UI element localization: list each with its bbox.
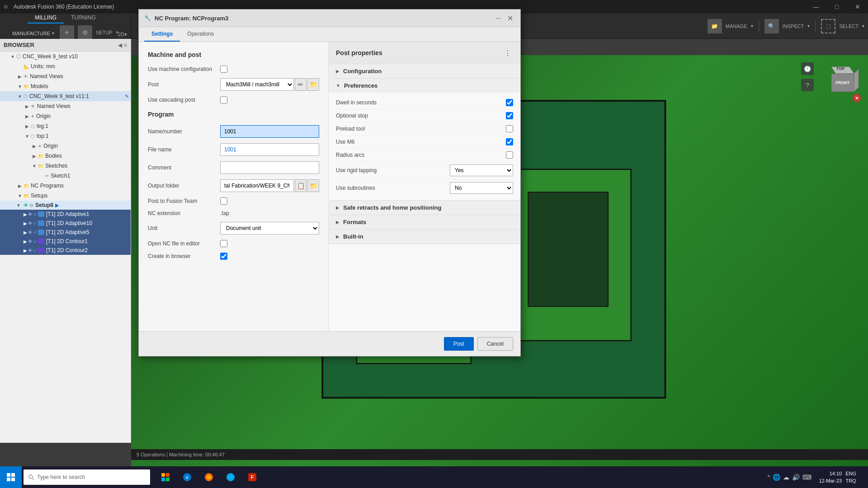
output-folder-input[interactable] <box>220 179 294 192</box>
viewport-icon-2[interactable]: ? <box>801 79 814 91</box>
output-folder-btn1[interactable]: 📋 <box>295 179 307 192</box>
output-folder-control: 📋 📁 <box>220 179 319 192</box>
cloud-icon[interactable]: ☁ <box>783 474 789 481</box>
radius-arcs-checkbox[interactable] <box>506 151 513 159</box>
volume-icon[interactable]: 🔊 <box>792 474 800 481</box>
post-properties-menu-btn[interactable]: ⋮ <box>502 47 513 58</box>
select-btn[interactable]: ⬚ <box>821 19 835 33</box>
use-machine-config-checkbox[interactable] <box>220 66 227 73</box>
comment-input[interactable] <box>220 161 319 174</box>
name-number-input[interactable] <box>220 125 319 138</box>
inspect-btn[interactable]: 🔍 <box>764 19 779 33</box>
use-m6-row: Use M6 <box>336 136 513 149</box>
formats-header[interactable]: ▶ Formats <box>329 215 520 229</box>
taskbar-search-box[interactable]: Type here to search <box>24 469 150 485</box>
tree-item-leg[interactable]: ▶ ⬡ leg:1 <box>0 121 131 131</box>
toolbar-new-btn[interactable]: + <box>60 25 74 40</box>
open-nc-checkbox[interactable] <box>220 240 227 247</box>
taskbar-icon-explorer[interactable] <box>156 467 175 487</box>
preferences-section-header[interactable]: ▼ Preferences <box>329 79 520 93</box>
builtin-header[interactable]: ▶ Built-in <box>329 230 520 244</box>
tree-item-top[interactable]: ▼ ⬡ top:1 <box>0 131 131 141</box>
view-cube[interactable]: TOP FRONT ✕ <box>820 62 861 103</box>
post-button[interactable]: Post <box>444 337 474 351</box>
select-label: SELECT <box>839 23 859 29</box>
tree-item-models[interactable]: ▼ 📁 Models <box>0 81 131 91</box>
optional-stop-checkbox[interactable] <box>506 112 513 119</box>
tree-item-setups[interactable]: ▼ 📁 Setups <box>0 191 131 201</box>
tree-item-sketch1[interactable]: ✏ Sketch1 <box>0 171 131 181</box>
clock[interactable]: 14:10 12-Mar-23 ENG TRQ <box>819 470 856 485</box>
dialog-close-btn[interactable]: ✕ <box>505 13 515 23</box>
close-button[interactable]: ✕ <box>847 0 868 14</box>
cancel-button[interactable]: Cancel <box>477 337 513 351</box>
sidebar-menu-btn[interactable]: ≡ <box>124 42 127 48</box>
tree-item-v11[interactable]: ▼ ⬡ CNC_Week 9_test v11:1 ✎ <box>0 91 131 101</box>
taskbar-icon-4[interactable] <box>221 467 241 487</box>
taskbar-icon-edge[interactable]: e <box>177 467 197 487</box>
start-button[interactable] <box>0 466 22 488</box>
file-name-input[interactable] <box>220 143 319 156</box>
taskbar-icon-5[interactable]: F <box>242 467 262 487</box>
op-item-contour1[interactable]: ▶ 👁 ✓ [T1] 2D Contour1 <box>0 237 131 246</box>
keyboard-icon[interactable]: ⌨ <box>802 474 811 481</box>
tree-item-bodies[interactable]: ▶ 📁 Bodies <box>0 151 131 161</box>
tree-item-origin-2[interactable]: ▶ ✦ Origin <box>0 141 131 151</box>
view-2d-btn[interactable]: 2D▾ <box>118 32 127 38</box>
dialog-tab-settings[interactable]: Settings <box>144 27 180 42</box>
turning-tab[interactable]: TURNING <box>64 13 103 23</box>
layout-display: TRQ <box>845 477 856 485</box>
rigid-tapping-select[interactable]: Yes No <box>450 164 513 176</box>
manage-chevron: ▾ <box>751 23 753 28</box>
maximize-button[interactable]: □ <box>826 0 847 14</box>
units-label: Units: mm <box>31 63 129 70</box>
op-item-adaptive10[interactable]: ▶ 👁 ✓ [T1] 2D Adaptive10 <box>0 219 131 228</box>
tree-item-named-views[interactable]: ▶ 👁 Named Views <box>0 71 131 81</box>
preload-tool-checkbox[interactable] <box>506 125 513 132</box>
create-browser-checkbox[interactable] <box>220 253 227 260</box>
safe-retracts-header[interactable]: ▶ Safe retracts and home positioning <box>329 201 520 215</box>
setup8-eye: 👁 <box>24 202 28 208</box>
subroutines-select[interactable]: Yes No <box>450 182 513 194</box>
app4-icon <box>225 472 236 483</box>
unit-select[interactable]: Document unit <box>220 222 319 235</box>
use-cascading-checkbox[interactable] <box>220 96 227 103</box>
op-item-contour2[interactable]: ▶ 👁 ✓ [T1] 2D Contour2 <box>0 246 131 255</box>
taskbar-icon-firefox[interactable] <box>199 467 219 487</box>
show-desktop-btn[interactable] <box>860 466 863 488</box>
toolbar-setup-btn[interactable]: ⚙ <box>78 25 92 40</box>
tray-up-arrow[interactable]: ^ <box>768 474 770 480</box>
tree-item-units[interactable]: 📐 Units: mm <box>0 61 131 71</box>
manage-btn[interactable]: 📁 <box>708 19 722 33</box>
post-folder-btn[interactable]: 📁 <box>307 78 319 91</box>
viewport-icon-1[interactable]: 🕐 <box>801 62 814 75</box>
tree-item-named-views-2[interactable]: ▶ 👁 Named Views <box>0 101 131 111</box>
tree-item-setup8[interactable]: ▼ 👁 ⚙ Setup8 ▶ <box>0 201 131 210</box>
dialog-minimize-btn[interactable]: — <box>493 13 503 23</box>
dialog-tab-operations[interactable]: Operations <box>180 27 221 42</box>
bodies-label: Bodies <box>45 153 129 159</box>
tree-item-sketches[interactable]: ▼ 📁 Sketches <box>0 161 131 171</box>
op-item-adaptive1[interactable]: ▶ 👁 ✓ [T1] 2D Adaptive1 <box>0 210 131 219</box>
tree-item-origin-1[interactable]: ▶ ✦ Origin <box>0 111 131 121</box>
op-item-adaptive5[interactable]: ▶ 👁 ✓ [T1] 2D Adaptive5 <box>0 228 131 237</box>
post-fusion-checkbox[interactable] <box>220 197 227 205</box>
top-arrow: ▼ <box>24 132 31 140</box>
sidebar-back-btn[interactable]: ◀ <box>118 42 122 48</box>
use-m6-checkbox[interactable] <box>506 138 513 145</box>
cube-close-btn[interactable]: ✕ <box>853 94 861 102</box>
cube-close-icon: ✕ <box>855 96 859 101</box>
milling-tab[interactable]: MILLING <box>28 13 64 23</box>
tree-item-nc-programs[interactable]: ▶ 📁 NC Programs <box>0 181 131 191</box>
tree-item-root[interactable]: ▼ ⬡ CNC_Week 9_test v10 <box>0 52 131 61</box>
top-icon: ⬡ <box>31 134 35 139</box>
output-folder-btn2[interactable]: 📁 <box>307 179 319 192</box>
post-select[interactable]: Mach3Mill / mach3mill <box>220 78 294 91</box>
config-section-header[interactable]: ▶ Configuration <box>329 64 520 78</box>
dwell-checkbox[interactable] <box>506 99 513 106</box>
network-icon[interactable]: 🌐 <box>773 474 780 481</box>
post-edit-btn[interactable]: ✏ <box>295 78 307 91</box>
minimize-button[interactable]: — <box>806 0 826 14</box>
manufacture-dropdown[interactable]: MANUFACTURE ▾ <box>12 31 54 36</box>
setup-label: SETUP <box>96 30 113 35</box>
